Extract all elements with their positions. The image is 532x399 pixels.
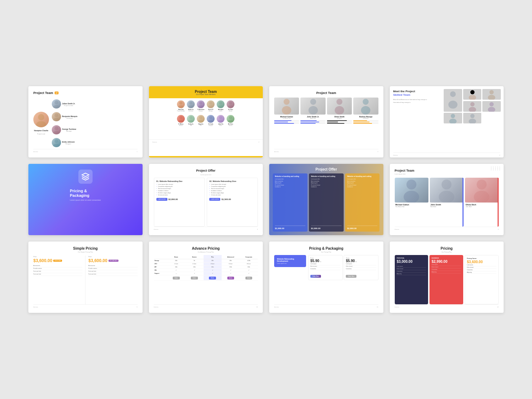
accent-bar-red — [498, 178, 499, 227]
slide-12-subtitle: Our Pricing Plan — [395, 251, 499, 253]
member-y3: T. Eleonthor Designer — [197, 100, 205, 112]
slide-5-text: Pricing & Packaging Lorem ipsum dolor si… — [70, 189, 101, 201]
member-y4: Perez FF Manager — [207, 100, 215, 112]
slide-2-row1: Rear Key Project Manager Nolan Jo Develo… — [149, 98, 263, 113]
pricing-divider — [85, 256, 85, 304]
slide-6-footer: themes 6 — [154, 227, 258, 230]
svg-point-60 — [477, 179, 487, 189]
member-3-4: Rodney Bourge Developer — [353, 98, 378, 149]
svg-point-49 — [469, 107, 476, 112]
svg-point-28 — [209, 116, 212, 119]
svg-point-11 — [178, 105, 184, 108]
slide-8-title: Project Team — [395, 169, 499, 172]
slide-project-team-8: Project Team Lorem ipsum text Michael Ga… — [390, 164, 504, 235]
pkg-plans: From $5.90 /m Lorem ipsum Dolor sit amet… — [308, 255, 378, 280]
svg-point-55 — [469, 119, 476, 124]
svg-point-47 — [488, 95, 495, 100]
svg-point-12 — [189, 101, 193, 105]
member-5: Emily JohnsonDesigner — [51, 137, 138, 148]
photo-5 — [444, 113, 462, 123]
svg-point-59 — [439, 191, 454, 203]
photo-3 — [463, 101, 482, 112]
svg-point-0 — [38, 114, 44, 121]
slide-11-title: Pricing & Packaging — [274, 246, 378, 250]
offer-col-1: 01. Website Rebranding Dev Lorem ipsum d… — [154, 178, 205, 227]
svg-point-23 — [178, 120, 184, 123]
member-3-3: Olivia Smith Designer — [327, 98, 352, 149]
member-y9: Negrette Dev — [197, 115, 205, 126]
slide-4-footer: themes 4 — [393, 153, 500, 156]
svg-point-14 — [199, 101, 203, 105]
slide-3-footer: themes 3 — [274, 149, 378, 153]
svg-point-34 — [284, 99, 290, 105]
table-row: Storage 2Gb 5b 20b 50b 4,00b — [154, 259, 258, 262]
slide-advance-pricing: Advance Pricing Our Advance Pricing Plan… — [149, 242, 263, 313]
svg-point-51 — [488, 107, 495, 112]
slide-8-footer: themes 8 — [395, 227, 499, 230]
slide-2-row2: R. Bless Director Emily Jo PM Negrette D… — [149, 113, 263, 127]
member-8-1: Michael Gabun The Mock Hub — [395, 178, 428, 227]
svg-point-9 — [53, 144, 60, 147]
svg-point-40 — [363, 99, 369, 105]
svg-point-46 — [489, 90, 494, 94]
svg-point-45 — [469, 95, 476, 100]
slide-4-photos — [444, 89, 501, 123]
plan-1: From $5.90 /m Lorem ipsum Dolor sit amet… — [308, 255, 343, 280]
photo-1 — [463, 89, 482, 100]
slide-8-members: Michael Gabun The Mock Hub John Smith Bo… — [395, 178, 499, 227]
slide-meet-team: Meet the Project Skilled Team Most all a… — [390, 86, 504, 157]
offer-list-2: Lorem ipsum dolor sit amet Consectetur a… — [209, 184, 255, 196]
slide-6-subtitle: Lorem ipsum text — [154, 174, 258, 176]
slide-project-team-3: Project Team Michael Galvan The Mock Hub — [269, 86, 383, 157]
slide-3-members: Michael Galvan The Mock Hub John Smith J… — [274, 98, 378, 149]
member-y1: Rear Key Project Manager — [177, 100, 185, 112]
member-y12: Mr. Dres Director — [227, 115, 234, 126]
pkg-left: Website Rebranding Development Lorem ips… — [274, 255, 306, 267]
avatar-4 — [52, 125, 61, 134]
svg-point-20 — [229, 101, 232, 105]
svg-point-1 — [36, 121, 46, 127]
svg-point-32 — [229, 116, 232, 119]
avatar-2 — [52, 99, 61, 109]
svg-point-39 — [335, 106, 344, 115]
slide-project-offer-bg: Project Offer Website re branding and co… — [269, 164, 383, 235]
svg-point-56 — [406, 179, 416, 189]
slide-1-badge: 🏷 — [55, 92, 59, 94]
svg-point-15 — [198, 105, 204, 108]
slide-10-subtitle: Our Advance Pricing Plan — [154, 251, 258, 253]
member-3: Benjumin MarquisDeveloper — [51, 111, 138, 122]
member-4: George TurnbowManager — [51, 124, 138, 135]
table-row: Support — ✓ ✓ ✓ ✓ — [154, 272, 258, 275]
member-y6: Dr. Dres Analyst — [227, 100, 234, 112]
offer-col-2: 02. Website Rebranding Give Lorem ipsum … — [207, 178, 258, 227]
svg-point-18 — [219, 101, 222, 105]
svg-point-33 — [228, 120, 234, 123]
photo-6 — [463, 113, 482, 123]
offer-card-orange: Website re branding and coding Lorem ips… — [345, 173, 380, 232]
svg-point-43 — [448, 101, 458, 109]
table-row: API 1Gb 1Gb 1Gb 5Gb 5Gb — [154, 265, 258, 268]
slide-12-plans: PERSONAL $3,000.00 * Lorem ipsum Dolor s… — [395, 255, 499, 304]
plan-2-features: Lorem ipsum Dolor sit amet Consectetur — [346, 263, 376, 270]
slide-7-cards: Website re branding and coding Lorem ips… — [273, 173, 380, 232]
features-list-2: Accessories Provide custom Font size lim… — [88, 265, 137, 276]
member-y10: N. Carla Designer — [207, 115, 215, 126]
slide-11-footer: themes 11 — [274, 304, 378, 308]
slide-12-title: Pricing — [395, 246, 499, 250]
slide-11-subtitle: Our Pricing Plan — [274, 251, 378, 253]
offer-card-dark: Website re branding and coding Lorem ips… — [309, 173, 344, 232]
svg-point-48 — [470, 102, 475, 106]
photo-2 — [482, 89, 501, 100]
svg-point-10 — [179, 101, 183, 105]
slide-3-title: Project Team — [274, 91, 378, 95]
photo-4 — [482, 101, 501, 112]
svg-point-3 — [53, 105, 60, 109]
svg-point-42 — [450, 91, 456, 97]
photo-tall-1 — [444, 89, 462, 112]
plan-dark-features: Lorem ipsum Dolor sit amet Consectetur A… — [397, 265, 426, 275]
svg-point-24 — [189, 116, 193, 119]
slide-10-table: Basic Starter Pro Advanced Corporate Sto… — [154, 255, 258, 304]
slide-1-footer: themes 1 — [33, 149, 138, 153]
slide-12-footer: themes 12 — [395, 304, 499, 308]
svg-point-44 — [470, 90, 475, 94]
